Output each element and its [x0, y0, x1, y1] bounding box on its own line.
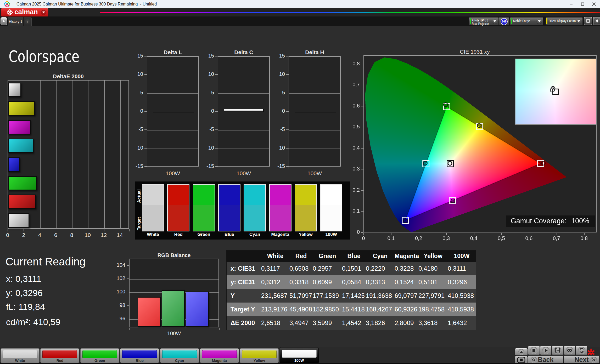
meter-exposure-group: 665 [499, 17, 509, 25]
pattern-button-100w[interactable]: 100W [280, 347, 319, 363]
table-header-Magenta: Magenta [395, 251, 418, 262]
compare-swatch-yellow [295, 184, 317, 231]
single-measure-transport-button[interactable] [552, 346, 564, 355]
delta_c-y-tick-label: 5 [201, 90, 214, 96]
collapse-panel-button[interactable] [593, 17, 600, 25]
display-control-dropdown[interactable]: Direct Display Control [546, 17, 583, 25]
chevrons-right-icon [591, 357, 597, 363]
stop-transport-button[interactable] [528, 346, 540, 355]
table-cell: 198,4758 [418, 303, 448, 316]
delta_h-y-tick [286, 111, 289, 112]
maximize-button[interactable] [576, 0, 588, 8]
delta_l-gridline [147, 75, 198, 75]
minimize-button[interactable] [565, 0, 577, 8]
delta_l-y-tick [144, 148, 147, 149]
table-row-label: Y [227, 289, 261, 303]
table-cell: 410,5938 [448, 289, 476, 303]
rgb-y-tick-label: 104 [112, 262, 125, 268]
rgb-x-tick [219, 328, 220, 330]
delta_c-title: Delta C [218, 49, 270, 55]
delta_l-y-tick-label: -15 [130, 163, 143, 169]
table-cell: 152,9850 [313, 303, 342, 316]
tab-history-1[interactable]: History 1 [8, 17, 23, 26]
cie-x-tick [529, 233, 529, 235]
source-dropdown[interactable]: Mobile Forge [510, 17, 543, 25]
chevron-up-icon [518, 349, 524, 355]
settings-button[interactable] [584, 17, 592, 25]
current-reading-line: y: 0,3296 [6, 288, 43, 298]
table-row: x: CIE310,31170,65030,29570,15010,22200,… [227, 262, 476, 275]
calman-menu-button[interactable]: calman [1, 8, 48, 17]
delta_l-y-tick-label: 15 [130, 53, 143, 59]
source-status-strip [511, 18, 512, 24]
pattern-label: Magenta [200, 359, 239, 363]
pattern-button-magenta[interactable]: Magenta [200, 348, 239, 363]
next-label: Next [574, 356, 588, 363]
compare-swatch-blue [218, 184, 240, 231]
expand-transport-button[interactable] [515, 348, 528, 356]
delta_h-y-tick [286, 148, 289, 149]
bottom-bar: WhiteRedGreenBlueCyanMagentaYellow100WBa… [0, 347, 600, 364]
actual-swatch [295, 185, 316, 205]
table-cell: 0,3318 [289, 275, 313, 289]
deltae-bar-red [8, 195, 36, 209]
actual-swatch [244, 185, 265, 205]
delta_l-y-tick-label: 10 [130, 71, 143, 77]
pattern-swatch [162, 350, 197, 358]
cie-x-tick-label: 0,8 [576, 235, 592, 241]
play-circle [542, 347, 549, 354]
table-cell: 0,1501 [342, 262, 366, 275]
meter-dropdown[interactable]: X-Rite i1Pro 3 Rear Projector [469, 17, 499, 25]
back-label: Back [538, 356, 554, 363]
table-header-100W: 100W [448, 251, 476, 262]
delta_c-x-tick [270, 167, 270, 169]
delta_l-plot-area [147, 56, 199, 167]
measurement-table: WhiteRedGreenBlueCyanMagentaYellow100Wx:… [227, 251, 476, 330]
delta_c-x-label: 100W [228, 170, 260, 177]
single-measure-circle [554, 347, 561, 354]
cie-x-tick-label: 0,3 [438, 235, 454, 241]
pattern-button-white[interactable]: White [1, 348, 40, 363]
rgb-x-label: 100W [158, 331, 190, 337]
cie-y-tick-label: 0,7 [347, 82, 360, 88]
target-swatch [270, 205, 291, 231]
pattern-button-blue[interactable]: Blue [120, 348, 159, 363]
compare-swatch-white [142, 184, 164, 231]
refresh-transport-button[interactable] [576, 346, 587, 355]
title-bar: Calman 2025 Calman Ultimate for Business… [0, 0, 600, 8]
table-cell: 0,3313 [366, 275, 395, 289]
pattern-button-green[interactable]: Green [80, 348, 119, 363]
session-play-button[interactable] [1, 17, 7, 25]
chevron-left-icon [596, 19, 598, 22]
deltae-x-tick-label: 4 [35, 232, 45, 238]
exposure-badge[interactable]: 665 [501, 18, 508, 25]
add-tab-button[interactable]: + [24, 17, 32, 26]
pattern-button-yellow[interactable]: Yellow [240, 348, 279, 363]
pattern-button-red[interactable]: Red [40, 348, 79, 363]
table-cell: 45,4908 [289, 303, 313, 316]
display-control-status-strip [546, 18, 547, 24]
pattern-label: White [1, 359, 39, 363]
rgb-bar-green [162, 290, 185, 327]
delta_l-y-tick [144, 56, 147, 56]
pattern-button-cyan[interactable]: Cyan [160, 348, 199, 363]
chevron-up-glyph [520, 351, 523, 353]
rgb-x-tick [129, 328, 130, 330]
deltae-x-tick-label: 8 [66, 232, 77, 238]
continuous-transport-button[interactable] [564, 346, 576, 355]
delta_l-y-tick [144, 93, 147, 93]
table-cell: 0,2957 [313, 262, 342, 275]
close-button[interactable] [588, 0, 600, 8]
deltae-x-tick [40, 229, 40, 231]
table-cell: 15,4418 [342, 303, 366, 316]
play-transport-button[interactable] [540, 346, 552, 355]
actual-swatch [270, 185, 291, 205]
refresh-circle [578, 347, 585, 354]
delta_c-y-tick-label: -5 [201, 126, 214, 132]
pattern-label: Red [41, 359, 79, 363]
main-content: Colorspace DeltaE 200002468101214 Delta … [0, 26, 600, 347]
delta_l-y-tick-label: 5 [130, 90, 143, 96]
current-reading-line: cd/m²: 410,59 [6, 317, 60, 327]
delta_h-y-tick-label: 15 [272, 53, 285, 59]
delta_h-y-tick [286, 93, 289, 93]
